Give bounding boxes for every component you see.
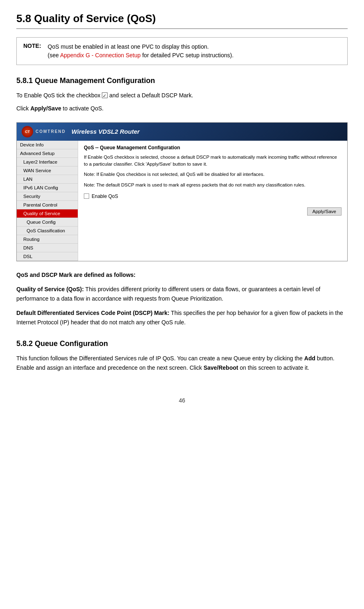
sidebar-item-ipv6lan[interactable]: IPv6 LAN Config: [17, 184, 78, 192]
note-line2-prefix: (see: [48, 52, 60, 58]
sidebar-item-qos-classification[interactable]: QoS Classification: [17, 227, 78, 235]
definitions-section: QoS and DSCP Mark are defined as follows…: [16, 270, 348, 327]
router-product: Wireless VDSL2 Router: [72, 128, 140, 135]
router-note3: Note: The default DSCP mark is used to m…: [84, 182, 342, 189]
router-brand: COMTREND: [36, 129, 66, 134]
qos-term: QoS and DSCP Mark are defined as follows…: [16, 272, 135, 278]
router-main-panel: QoS -- Queue Management Configuration If…: [78, 141, 347, 261]
sidebar-item-advanced-setup[interactable]: Advanced Setup: [17, 149, 78, 158]
note-box: NOTE: QoS must be enabled in at least on…: [16, 37, 348, 65]
dscp-definition: Default Differentiated Services Code Poi…: [16, 308, 348, 327]
qos-term-label: Quality of Service (QoS):: [16, 286, 84, 292]
appendix-link[interactable]: Appendix G - Connection Setup: [60, 52, 141, 58]
sidebar-item-routing[interactable]: Routing: [17, 235, 78, 244]
router-screenshot: CT COMTREND Wireless VDSL2 Router Device…: [16, 122, 348, 261]
router-logo-icon: CT: [22, 126, 33, 137]
sidebar-item-dsl[interactable]: DSL: [17, 252, 78, 261]
sidebar-item-layer2[interactable]: Layer2 Interface: [17, 158, 78, 166]
sidebar-item-lan[interactable]: LAN: [17, 175, 78, 184]
enable-qos-checkbox[interactable]: [84, 193, 89, 199]
section-582-heading: 5.8.2 Queue Configuration: [16, 339, 348, 348]
router-main-title: QoS -- Queue Management Configuration: [84, 145, 342, 151]
note-content: QoS must be enabled in at least one PVC …: [48, 43, 234, 60]
router-note1: If Enable QoS checkbox is selected, choo…: [84, 154, 342, 168]
router-note2: Note: If Enable Qos checkbox is not sele…: [84, 171, 342, 178]
router-enable-qos-row: Enable QoS: [84, 193, 342, 199]
checkbox-inline-icon: [102, 92, 108, 98]
qos-definition: Quality of Service (QoS): This provides …: [16, 285, 348, 303]
note-line2-suffix: for detailed PVC setup instructions).: [141, 52, 234, 58]
page-title: 5.8 Quality of Service (QoS): [16, 12, 348, 29]
sidebar-item-parental[interactable]: Parental Control: [17, 201, 78, 209]
sidebar-item-queue-config[interactable]: Queue Config: [17, 218, 78, 227]
router-sidebar: Device Info Advanced Setup Layer2 Interf…: [17, 141, 78, 261]
section-581: 5.8.1 Queue Management Configuration To …: [16, 76, 348, 113]
note-label: NOTE:: [23, 43, 41, 60]
apply-save-button[interactable]: Apply/Save: [307, 207, 342, 216]
note-line1: QoS must be enabled in at least one PVC …: [48, 43, 209, 50]
section-582: 5.8.2 Queue Configuration This function …: [16, 339, 348, 373]
sidebar-item-security[interactable]: Security: [17, 192, 78, 201]
router-body: Device Info Advanced Setup Layer2 Interf…: [17, 141, 347, 261]
section-582-para: This function follows the Differentiated…: [16, 354, 348, 373]
sidebar-item-qos[interactable]: Quality of Service: [17, 209, 78, 218]
dscp-term-label: Default Differentiated Services Code Poi…: [16, 310, 169, 316]
enable-qos-label: Enable QoS: [92, 193, 118, 199]
section-581-para2: Click Apply/Save to activate QoS.: [16, 104, 348, 113]
router-apply-row: Apply/Save: [84, 207, 342, 216]
section-581-para1: To Enable QoS tick the checkbox and sele…: [16, 91, 348, 100]
router-header: CT COMTREND Wireless VDSL2 Router: [17, 123, 347, 141]
page-number: 46: [16, 397, 348, 404]
router-logo: CT COMTREND: [22, 126, 66, 137]
sidebar-item-device-info[interactable]: Device Info: [17, 141, 78, 149]
section-581-heading: 5.8.1 Queue Management Configuration: [16, 76, 348, 85]
sidebar-item-dns[interactable]: DNS: [17, 244, 78, 252]
sidebar-item-wan[interactable]: WAN Service: [17, 166, 78, 175]
definitions-intro: QoS and DSCP Mark are defined as follows…: [16, 270, 348, 280]
